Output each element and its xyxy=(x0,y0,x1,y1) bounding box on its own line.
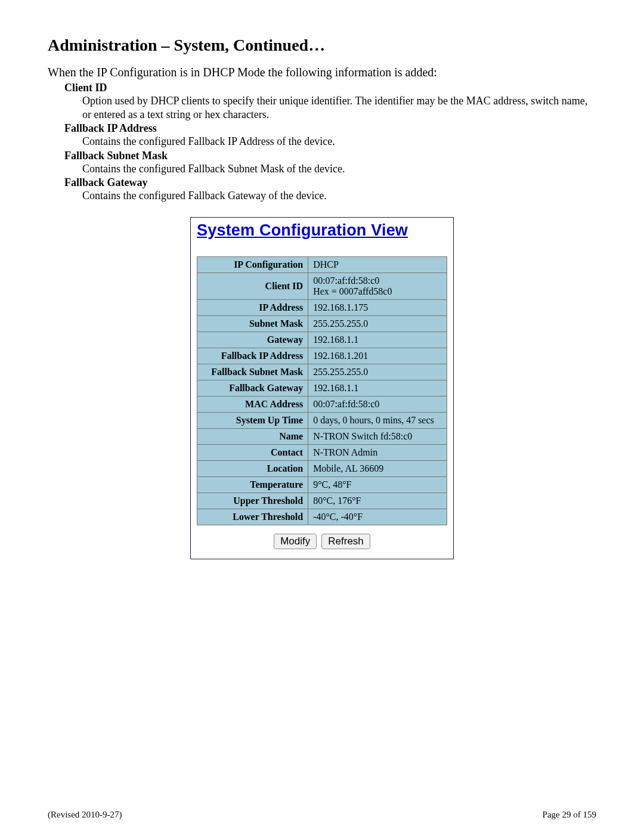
row-label: IP Address xyxy=(197,299,308,315)
row-value: 192.168.1.201 xyxy=(308,348,447,364)
row-value: 00:07:af:fd:58:c0 xyxy=(308,396,447,412)
definition-term: Client ID xyxy=(64,82,596,94)
definition-term: Fallback Gateway xyxy=(64,176,596,189)
row-label: Gateway xyxy=(197,332,308,348)
row-label: Client ID xyxy=(197,272,308,299)
panel-title: System Configuration View xyxy=(197,221,447,240)
definition-desc: Contains the configured Fallback Subnet … xyxy=(82,162,596,176)
row-label: Fallback IP Address xyxy=(197,348,308,364)
table-row: Fallback Gateway192.168.1.1 xyxy=(197,380,447,396)
page-heading: Administration – System, Continued… xyxy=(48,36,596,55)
footer-right: Page 29 of 159 xyxy=(543,810,596,820)
row-label: Contact xyxy=(197,444,308,460)
row-label: Fallback Subnet Mask xyxy=(197,364,308,380)
row-value: N-TRON Admin xyxy=(308,444,447,460)
table-row: Gateway192.168.1.1 xyxy=(197,332,447,348)
table-row: IP Address192.168.1.175 xyxy=(197,299,447,315)
row-label: Subnet Mask xyxy=(197,315,308,332)
definition-desc: Option used by DHCP clients to specify t… xyxy=(82,94,596,121)
table-row: MAC Address00:07:af:fd:58:c0 xyxy=(197,396,447,412)
row-value: N-TRON Switch fd:58:c0 xyxy=(308,428,447,444)
row-label: Lower Threshold xyxy=(197,509,308,525)
table-row: Fallback IP Address192.168.1.201 xyxy=(197,348,447,364)
config-table: IP ConfigurationDHCPClient ID00:07:af:fd… xyxy=(197,256,447,525)
row-value: 192.168.1.1 xyxy=(308,332,447,348)
row-value: 9°C, 48°F xyxy=(308,476,447,493)
table-row: Upper Threshold80°C, 176°F xyxy=(197,493,447,509)
row-value: 192.168.1.175 xyxy=(308,299,447,315)
definition-desc: Contains the configured Fallback Gateway… xyxy=(82,189,596,203)
row-value: 255.255.255.0 xyxy=(308,364,447,380)
row-value: DHCP xyxy=(308,256,447,272)
modify-button[interactable]: Modify xyxy=(274,534,317,549)
intro-text: When the IP Configuration is in DHCP Mod… xyxy=(48,66,596,79)
definition-term: Fallback Subnet Mask xyxy=(64,150,596,162)
table-row: ContactN-TRON Admin xyxy=(197,444,447,460)
row-value: 255.255.255.0 xyxy=(308,315,447,332)
table-row: LocationMobile, AL 36609 xyxy=(197,460,447,476)
table-row: Temperature9°C, 48°F xyxy=(197,476,447,493)
row-label: Upper Threshold xyxy=(197,493,308,509)
row-label: Location xyxy=(197,460,308,476)
page-footer: (Revised 2010-9-27) Page 29 of 159 xyxy=(48,810,596,820)
row-label: System Up Time xyxy=(197,412,308,428)
refresh-button[interactable]: Refresh xyxy=(321,534,370,549)
row-label: IP Configuration xyxy=(197,256,308,272)
table-row: Fallback Subnet Mask255.255.255.0 xyxy=(197,364,447,380)
row-value: -40°C, -40°F xyxy=(308,509,447,525)
row-value: 80°C, 176°F xyxy=(308,493,447,509)
row-value: Mobile, AL 36609 xyxy=(308,460,447,476)
button-row: Modify Refresh xyxy=(197,534,447,549)
table-row: NameN-TRON Switch fd:58:c0 xyxy=(197,428,447,444)
row-value: 00:07:af:fd:58:c0Hex = 0007affd58c0 xyxy=(308,272,447,299)
row-label: Temperature xyxy=(197,476,308,493)
table-row: IP ConfigurationDHCP xyxy=(197,256,447,272)
config-panel: System Configuration View IP Configurati… xyxy=(190,217,454,559)
row-label: MAC Address xyxy=(197,396,308,412)
definition-term: Fallback IP Address xyxy=(64,122,596,135)
table-row: Client ID00:07:af:fd:58:c0Hex = 0007affd… xyxy=(197,272,447,299)
definition-desc: Contains the configured Fallback IP Addr… xyxy=(82,135,596,148)
row-label: Fallback Gateway xyxy=(197,380,308,396)
row-value: 0 days, 0 hours, 0 mins, 47 secs xyxy=(308,412,447,428)
table-row: Subnet Mask255.255.255.0 xyxy=(197,315,447,332)
definition-list: Client IDOption used by DHCP clients to … xyxy=(64,82,596,203)
row-value: 192.168.1.1 xyxy=(308,380,447,396)
table-row: System Up Time0 days, 0 hours, 0 mins, 4… xyxy=(197,412,447,428)
footer-left: (Revised 2010-9-27) xyxy=(48,810,122,820)
row-label: Name xyxy=(197,428,308,444)
table-row: Lower Threshold-40°C, -40°F xyxy=(197,509,447,525)
